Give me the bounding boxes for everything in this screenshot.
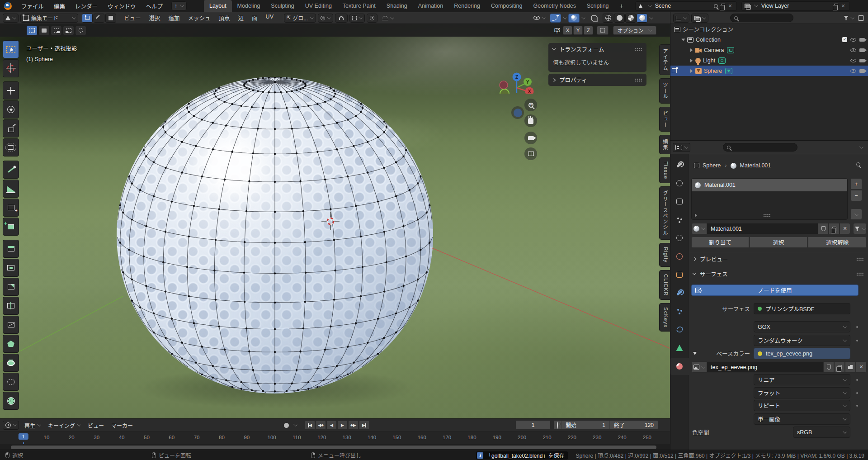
image-fake-user-button[interactable] (823, 361, 834, 373)
tool-add-cube-plus[interactable] (3, 218, 19, 236)
unlink-image-button[interactable]: ✕ (856, 361, 867, 373)
assign-button[interactable]: 割り当て (691, 237, 749, 248)
distribution-dropdown[interactable]: GGX (754, 321, 850, 332)
viewport-menu-5[interactable]: 辺 (234, 14, 248, 22)
save-notification[interactable]: i 「golfball_take02.blend」を保存 (476, 451, 568, 460)
properties-tab-material[interactable] (670, 358, 689, 375)
shading-material-button[interactable] (625, 14, 636, 23)
select-intersect-mode[interactable] (75, 26, 86, 35)
material-slot-row[interactable]: Material.001 (692, 179, 847, 191)
pin-icon[interactable] (714, 4, 718, 8)
new-collection-icon[interactable] (858, 15, 864, 21)
sidebar-tab-1[interactable]: ツール (659, 78, 670, 104)
stopwatch-icon[interactable] (554, 422, 561, 428)
outliner-row-camera[interactable]: Camera (670, 45, 868, 55)
sidebar-tab-3[interactable]: 編集 (659, 135, 670, 154)
proportional-falloff-dropdown[interactable] (379, 14, 396, 23)
tool-spin[interactable] (3, 354, 19, 372)
workspace-tab-geometry-nodes[interactable]: Geometry Nodes (528, 0, 581, 12)
surface-panel-header[interactable]: サーフェス (689, 268, 868, 280)
pan-button[interactable] (524, 114, 537, 127)
workspace-tab-layout[interactable]: Layout (204, 0, 232, 12)
visibility-dropdown[interactable] (531, 14, 548, 23)
xray-toggle[interactable] (589, 14, 599, 23)
extension-dropdown[interactable]: リピート (754, 400, 850, 411)
properties-tab-render[interactable] (670, 175, 689, 192)
unlink-material-button[interactable]: ✕ (840, 223, 850, 234)
breadcrumb-material[interactable]: Material.001 (740, 162, 771, 169)
menu-edit[interactable]: 編集 (49, 0, 70, 12)
interpolation-dropdown[interactable]: リニア (754, 374, 850, 385)
outliner-filter-mode[interactable] (691, 14, 708, 23)
scrollbar-thumb[interactable] (11, 446, 656, 449)
fake-user-button[interactable] (818, 223, 829, 234)
tool-select-box[interactable] (3, 40, 19, 58)
frame-ruler[interactable]: 1102030405060708090100110120130140150160… (0, 432, 670, 444)
view-layer-selector[interactable]: View Layer ✕ (741, 1, 850, 11)
extensions-update-button[interactable]: ↑ (171, 1, 187, 10)
outliner-row-sphere[interactable]: Sphere (670, 66, 868, 76)
snap-toggle[interactable] (335, 14, 348, 23)
projection-dropdown[interactable]: フラット (754, 387, 850, 398)
properties-search-input[interactable] (723, 143, 797, 152)
sidebar-tab-6[interactable]: Rigify (659, 243, 670, 267)
sidebar-tab-5[interactable]: グリースペンシル (659, 186, 670, 240)
material-browse-dropdown[interactable] (691, 223, 707, 234)
preview-panel-header[interactable]: プレビュー (689, 253, 868, 265)
image-browse-dropdown[interactable] (691, 361, 707, 373)
viewport-3d[interactable]: Ɛ|Ӡ X Y Z オプション ユーザー・透視投影 (1) Sphere Z Y… (0, 24, 670, 418)
mirror-x-button[interactable]: X (563, 26, 572, 35)
select-mode-face[interactable] (105, 14, 116, 23)
workspace-tab-modeling[interactable]: Modeling (232, 0, 266, 12)
sidebar-tab-8[interactable]: ScKeys (659, 303, 670, 332)
tool-measure[interactable] (3, 180, 19, 198)
pack-image-button[interactable] (845, 361, 856, 373)
copy-scene-icon[interactable] (721, 4, 725, 8)
tool-extrude-region[interactable] (3, 240, 19, 258)
select-invert-mode[interactable] (63, 26, 74, 35)
workspace-tab-compositing[interactable]: Compositing (486, 0, 528, 12)
outliner-row-light[interactable]: Light (670, 55, 868, 66)
jump-to-end-button[interactable]: ▶ (359, 421, 369, 430)
pivot-point-dropdown[interactable] (318, 14, 333, 23)
decorator-dot[interactable] (856, 405, 858, 407)
workspace-tab-uv-editing[interactable]: UV Editing (300, 0, 337, 12)
color-space-dropdown[interactable]: sRGB (793, 427, 850, 438)
panel-grip[interactable] (856, 272, 864, 276)
overlays-toggle[interactable] (568, 14, 580, 23)
select-button[interactable]: 選択 (750, 237, 807, 248)
tool-inset-faces[interactable] (3, 259, 19, 277)
outliner-row-シーンコレクション[interactable]: シーンコレクション (670, 24, 868, 34)
image-name-field[interactable]: tex_ep_eevee.png (707, 361, 823, 373)
remove-slot-button[interactable]: − (850, 190, 862, 201)
gizmos-toggle[interactable] (550, 14, 561, 23)
timeline-menu-3[interactable]: マーカー (108, 422, 137, 429)
deselect-button[interactable]: 選択解除 (808, 237, 867, 248)
menu-render[interactable]: レンダー (70, 0, 103, 12)
properties-tab-output[interactable] (670, 193, 689, 210)
workspace-tab-rendering[interactable]: Rendering (448, 0, 486, 12)
proportional-edit-toggle[interactable] (367, 14, 377, 23)
viewport-menu-4[interactable]: 頂点 (215, 14, 234, 22)
properties-panel-header[interactable]: プロパティ (548, 74, 646, 86)
tool-sector-wheel[interactable] (3, 392, 19, 410)
next-keyframe-button[interactable]: ◆▶ (348, 421, 359, 430)
use-nodes-button[interactable]: ノードを使用 (691, 285, 859, 296)
outliner-row-collection[interactable]: Collection✓ (670, 34, 868, 45)
navigation-gizmo[interactable]: Z Y X (496, 53, 537, 94)
frame-end-field[interactable]: 終了 120 (609, 421, 658, 429)
slot-list-grip[interactable] (763, 213, 771, 217)
tool-transform[interactable] (3, 138, 19, 156)
workspace-add-button[interactable]: + (614, 0, 629, 12)
copy-image-button[interactable] (834, 361, 845, 373)
workspace-tab-shading[interactable]: Shading (381, 0, 413, 12)
properties-tab-particles[interactable] (670, 303, 689, 320)
properties-tab-object[interactable] (670, 266, 689, 283)
filter-icon[interactable] (844, 16, 849, 20)
decorator-dot[interactable] (856, 340, 858, 341)
surface-shader-field[interactable]: プリンシプルBSDF (754, 303, 850, 314)
blender-logo-icon[interactable] (4, 2, 12, 10)
timeline-editor-type[interactable] (3, 421, 19, 430)
menu-file[interactable]: ファイル (16, 0, 49, 12)
current-frame-field[interactable]: 1 (515, 420, 551, 430)
